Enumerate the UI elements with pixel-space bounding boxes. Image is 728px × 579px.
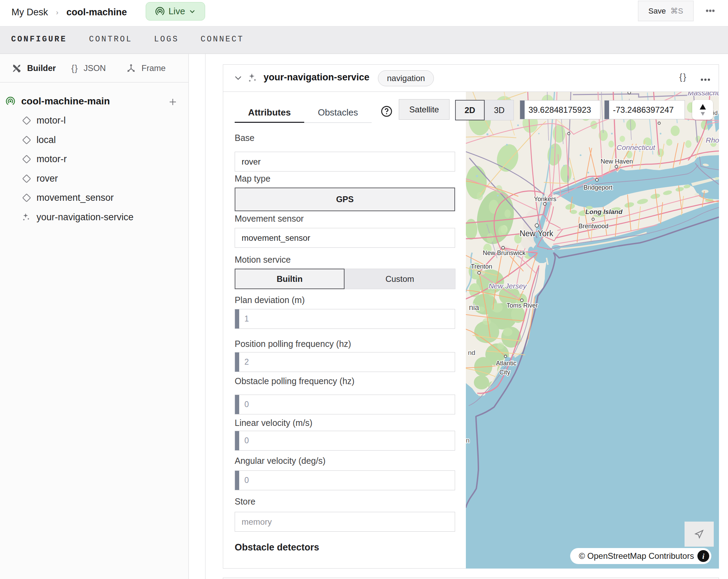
svg-text:Trenton: Trenton — [471, 263, 492, 270]
svg-text:Yonkers: Yonkers — [534, 196, 556, 203]
svg-text:New York: New York — [519, 229, 553, 238]
svg-text:Connecticut: Connecticut — [617, 143, 656, 151]
svg-text:nia: nia — [469, 303, 479, 312]
svg-text:New Haven: New Haven — [600, 158, 633, 165]
svg-text:City: City — [500, 369, 510, 376]
svg-text:Long Island: Long Island — [585, 208, 623, 215]
svg-text:Atlantic: Atlantic — [496, 360, 516, 367]
svg-text:Toms River: Toms River — [507, 302, 538, 309]
svg-text:Rhode: Rhode — [706, 136, 719, 144]
svg-text:nd: nd — [468, 349, 475, 356]
svg-text:i: i — [702, 552, 705, 561]
svg-text:New Brunswick: New Brunswick — [483, 249, 526, 256]
svg-text:Massachus: Massachus — [688, 92, 719, 97]
svg-text:Brentwood: Brentwood — [579, 223, 608, 230]
svg-text:Bridgeport: Bridgeport — [583, 184, 612, 191]
svg-text:New Jersey: New Jersey — [488, 282, 527, 290]
svg-text:n: n — [466, 437, 470, 444]
